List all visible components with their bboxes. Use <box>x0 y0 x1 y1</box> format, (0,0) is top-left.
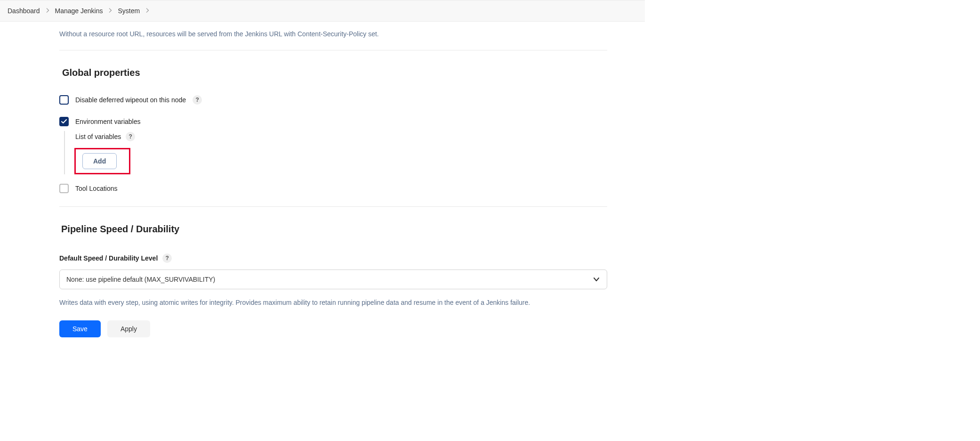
list-of-variables-label: List of variables <box>75 133 121 140</box>
durability-select-value: None: use pipeline default (MAX_SURVIVAB… <box>66 276 215 283</box>
help-icon[interactable]: ? <box>193 95 202 105</box>
form-button-bar: Save Apply <box>59 318 607 351</box>
breadcrumb-item-manage-jenkins[interactable]: Manage Jenkins <box>55 7 103 15</box>
durability-level-label: Default Speed / Durability Level <box>59 254 158 262</box>
help-icon[interactable]: ? <box>126 132 135 141</box>
check-icon <box>61 119 67 125</box>
disable-wipeout-label: Disable deferred wipeout on this node <box>75 96 186 104</box>
global-properties-heading: Global properties <box>59 50 607 92</box>
breadcrumb-item-dashboard[interactable]: Dashboard <box>8 7 40 15</box>
disable-wipeout-checkbox[interactable] <box>59 95 69 105</box>
apply-button[interactable]: Apply <box>107 320 150 337</box>
tool-locations-row: Tool Locations <box>59 183 607 206</box>
env-vars-nested: List of variables ? Add <box>64 131 607 174</box>
durability-select-wrap: None: use pipeline default (MAX_SURVIVAB… <box>59 270 607 289</box>
env-vars-checkbox[interactable] <box>59 117 69 126</box>
add-variable-button[interactable]: Add <box>82 153 117 169</box>
tool-locations-checkbox[interactable] <box>59 184 69 193</box>
breadcrumb-item-system[interactable]: System <box>118 7 140 15</box>
pipeline-heading: Pipeline Speed / Durability <box>59 207 607 249</box>
save-button[interactable]: Save <box>59 320 101 337</box>
env-vars-label: Environment variables <box>75 118 141 125</box>
resource-root-description: Without a resource root URL, resources w… <box>59 22 607 50</box>
breadcrumb: Dashboard Manage Jenkins System <box>0 0 645 22</box>
list-of-variables-row: List of variables ? <box>75 131 607 148</box>
add-button-highlight: Add <box>74 148 130 174</box>
tool-locations-label: Tool Locations <box>75 185 118 192</box>
chevron-right-icon <box>145 8 149 14</box>
help-icon[interactable]: ? <box>162 253 172 263</box>
chevron-right-icon <box>46 8 49 14</box>
env-vars-row: Environment variables <box>59 114 607 131</box>
durability-select[interactable]: None: use pipeline default (MAX_SURVIVAB… <box>59 270 607 289</box>
durability-description: Writes data with every step, using atomi… <box>59 289 607 318</box>
disable-wipeout-row: Disable deferred wipeout on this node ? <box>59 92 607 114</box>
chevron-right-icon <box>108 8 112 14</box>
durability-level-row: Default Speed / Durability Level ? <box>59 249 607 270</box>
